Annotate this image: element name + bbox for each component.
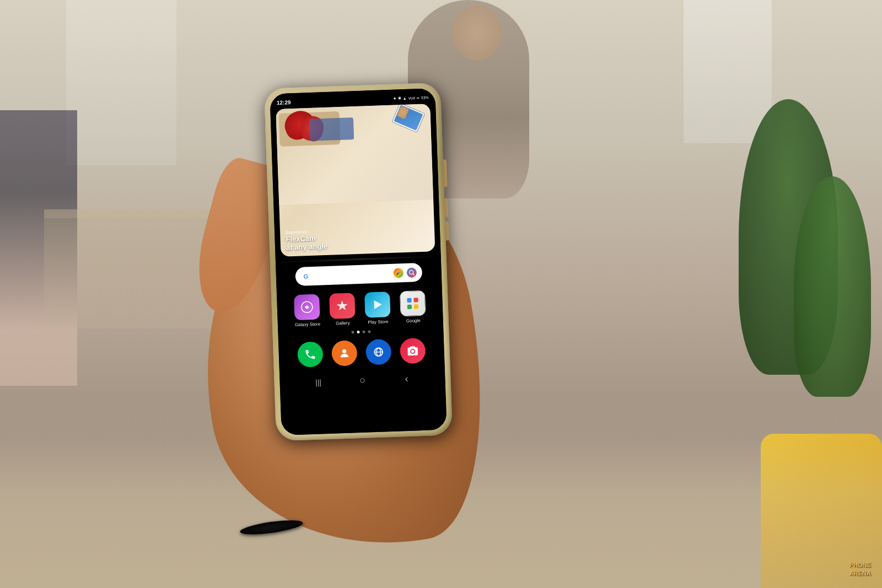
svg-rect-6: [414, 304, 418, 309]
dot-2-active: [357, 331, 359, 333]
navigation-bar: ||| ○ ‹: [279, 366, 445, 394]
bg-window-left: [66, 0, 176, 165]
svg-rect-3: [407, 298, 411, 302]
lens-svg: [408, 269, 415, 276]
status-icons: ★ ◉ ▲ Vod ▪▪ 33%: [393, 95, 429, 100]
google-search-bar[interactable]: G 🎤: [295, 263, 422, 286]
phone-device: 12:29 ★ ◉ ▲ Vod ▪▪ 33%: [264, 83, 453, 441]
dot-4: [368, 330, 370, 333]
g-letter: G: [303, 273, 308, 279]
dock-camera-icon: [400, 338, 426, 364]
bg-person-head: [452, 6, 502, 61]
svg-line-1: [413, 274, 414, 275]
widget-phone-device: [391, 104, 425, 133]
svg-rect-4: [413, 298, 418, 302]
nav-recents-button[interactable]: |||: [311, 375, 325, 389]
search-spacer: [314, 273, 390, 276]
dock-phone-icon: [297, 341, 324, 368]
page-indicator-dots: [351, 330, 370, 333]
nav-home-button[interactable]: ○: [356, 374, 369, 387]
phone-screen: 12:29 ★ ◉ ▲ Vod ▪▪ 33%: [270, 88, 447, 435]
mic-symbol: 🎤: [396, 271, 401, 276]
volume-down-button[interactable]: [445, 221, 449, 240]
play-store-icon: [364, 292, 391, 318]
volume-up-button[interactable]: [444, 198, 448, 217]
gallery-label: Gallery: [336, 320, 350, 326]
lens-search-icon[interactable]: [406, 267, 417, 278]
contacts-svg: [338, 347, 351, 359]
gallery-svg: [335, 299, 349, 312]
app-item-galaxy-store[interactable]: Galaxy Store: [294, 294, 320, 327]
status-signal: Vod: [408, 96, 415, 100]
svg-point-7: [342, 349, 347, 353]
bg-plant-2: [794, 176, 871, 397]
bg-window-right: [684, 0, 772, 143]
watermark-line2: ARENA: [849, 570, 871, 576]
gallery-icon: [329, 293, 356, 319]
svg-rect-5: [407, 304, 412, 309]
nav-back-button[interactable]: ‹: [400, 372, 413, 386]
widget-text: Experience FlexCamat any angle: [286, 229, 327, 252]
screen-upper-half: 12:29 ★ ◉ ▲ Vod ▪▪ 33%: [270, 88, 440, 261]
internet-svg: [372, 346, 385, 358]
app-item-google[interactable]: Google: [400, 290, 426, 324]
background-scene: 12:29 ★ ◉ ▲ Vod ▪▪ 33%: [0, 0, 882, 588]
status-battery: 33%: [421, 95, 429, 99]
galaxy-store-icon: [294, 294, 320, 320]
app-item-gallery[interactable]: Gallery: [329, 293, 356, 326]
dock-internet-icon: [365, 339, 392, 365]
google-g-logo: G: [301, 271, 311, 282]
screen-lower-half: G 🎤: [276, 256, 447, 435]
watermark-line1: PHONE: [849, 562, 871, 568]
play-store-svg: [370, 298, 384, 311]
app-item-play-store[interactable]: Play Store: [364, 292, 391, 325]
dot-1: [351, 331, 354, 333]
galaxy-store-svg: [300, 300, 314, 314]
google-label: Google: [406, 318, 421, 323]
status-star: ★: [393, 96, 396, 100]
widget-flexcam-label: FlexCamat any angle: [286, 234, 327, 252]
status-time: 12:29: [277, 99, 291, 106]
dock-item-camera[interactable]: [400, 338, 426, 364]
blue-cloth: [309, 117, 354, 141]
home-screen-app-grid: Galaxy Store Gallery: [294, 290, 426, 327]
camera-svg: [406, 344, 419, 357]
status-wifi: ▪▪: [417, 95, 420, 99]
widget-image: [276, 104, 433, 205]
phone-svg: [304, 348, 316, 361]
dock-item-samsung-internet[interactable]: [365, 339, 392, 365]
svg-line-10: [374, 352, 383, 352]
status-ring: ◉: [398, 96, 401, 100]
play-store-label: Play Store: [368, 319, 388, 325]
dot-3: [362, 330, 365, 333]
google-grid-svg: [405, 296, 420, 311]
phonearena-watermark: PHONE ARENA: [849, 561, 871, 577]
voice-search-icon[interactable]: 🎤: [393, 268, 404, 278]
flexcam-widget[interactable]: Experience FlexCamat any angle: [276, 104, 435, 256]
status-arrow: ▲: [403, 96, 407, 100]
google-icon: [400, 290, 426, 317]
app-dock: [297, 338, 426, 368]
dock-item-phone[interactable]: [297, 341, 324, 368]
galaxy-store-label: Galaxy Store: [295, 321, 321, 327]
dock-contacts-icon: [331, 340, 358, 366]
dock-item-contacts[interactable]: [331, 340, 358, 366]
